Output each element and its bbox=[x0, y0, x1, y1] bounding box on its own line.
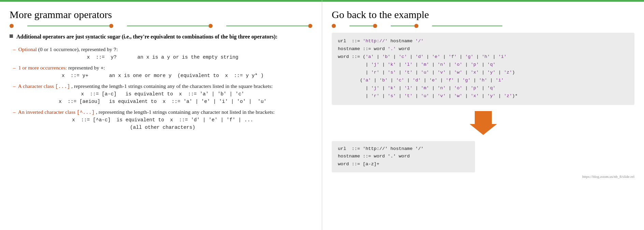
optional-rest: (0 or 1 occurrence), represented by ?: bbox=[38, 46, 118, 52]
dots-connector-3 bbox=[226, 26, 308, 26]
right-dots-connector-2 bbox=[391, 26, 414, 26]
inverted-char-class-heading: – An inverted character class [^...] , r… bbox=[13, 109, 312, 115]
main-bullet: Additional operators are just syntactic … bbox=[10, 33, 312, 41]
section-inverted-char-class: – An inverted character class [^...] , r… bbox=[13, 109, 312, 130]
main-bullet-text: Additional operators are just syntactic … bbox=[16, 33, 277, 41]
svg-marker-0 bbox=[470, 111, 497, 135]
bullet-square-icon bbox=[10, 34, 13, 38]
right-panel: Go back to the example url ::= 'http://'… bbox=[322, 0, 644, 230]
optional-code: x ::= y? an x is a y or is the empty str… bbox=[13, 55, 312, 60]
char-class-code-2: x ::= [aeiou] is equivalent to x ::= 'a'… bbox=[13, 99, 312, 104]
dots-connector-1 bbox=[27, 26, 109, 26]
right-code-box-2: url ::= 'http://' hostname '/' hostname … bbox=[332, 141, 475, 173]
inverted-char-class-code-2: (all other characters) bbox=[13, 125, 312, 130]
right-code-box-1: url ::= 'http://' hostname '/' hostname … bbox=[332, 33, 634, 105]
section-one-or-more: – 1 or more occurrences: represented by … bbox=[13, 65, 312, 78]
down-arrow-icon bbox=[470, 111, 497, 135]
footer-url: https://blog.zoom.us/nb_8/slide.rel bbox=[332, 174, 634, 179]
left-panel-title: More grammar operators bbox=[10, 9, 312, 20]
section-char-class: – A character class [...] , representing… bbox=[13, 83, 312, 104]
one-or-more-rest: represented by +: bbox=[68, 65, 105, 71]
char-class-code-1: x ::= [a-c] is equivalent to x ::= 'a' |… bbox=[13, 91, 312, 97]
one-or-more-code: x ::= y+ an x is one or more y (equivale… bbox=[13, 73, 312, 78]
left-top-bar bbox=[0, 0, 322, 2]
inverted-char-class-colored: An inverted character class [^...] bbox=[18, 109, 95, 115]
char-class-colored: A character class [...] bbox=[18, 83, 70, 89]
left-panel: More grammar operators Additional operat… bbox=[0, 0, 322, 230]
right-dot-3 bbox=[414, 24, 418, 28]
arrow-down bbox=[332, 111, 634, 135]
right-dot-2 bbox=[373, 24, 377, 28]
dot-4 bbox=[308, 24, 312, 28]
right-panel-title: Go back to the example bbox=[332, 9, 634, 20]
inverted-char-class-rest: , representing the length-1 strings cont… bbox=[96, 109, 275, 115]
one-or-more-colored: 1 or more occurrences: bbox=[18, 65, 67, 71]
right-top-bar bbox=[322, 0, 644, 2]
right-dot-1 bbox=[332, 24, 336, 28]
section-optional: – Optional (0 or 1 occurrence), represen… bbox=[13, 46, 312, 60]
dot-1 bbox=[10, 24, 14, 28]
char-class-rest: , representing the length-1 strings cont… bbox=[71, 83, 273, 89]
dot-3 bbox=[209, 24, 213, 28]
one-or-more-heading: – 1 or more occurrences: represented by … bbox=[13, 65, 312, 71]
right-dots-line bbox=[332, 24, 502, 28]
optional-heading: – Optional (0 or 1 occurrence), represen… bbox=[13, 46, 312, 52]
right-dots-connector-1 bbox=[349, 26, 373, 26]
right-dots-connector-3 bbox=[432, 26, 502, 26]
optional-colored: Optional bbox=[18, 46, 37, 52]
dots-connector-2 bbox=[127, 26, 209, 26]
left-dots-line bbox=[10, 24, 312, 28]
char-class-heading: – A character class [...] , representing… bbox=[13, 83, 312, 89]
dot-2 bbox=[109, 24, 113, 28]
inverted-char-class-code-1: x ::= [^a-c] is equivalent to x ::= 'd' … bbox=[13, 117, 312, 123]
